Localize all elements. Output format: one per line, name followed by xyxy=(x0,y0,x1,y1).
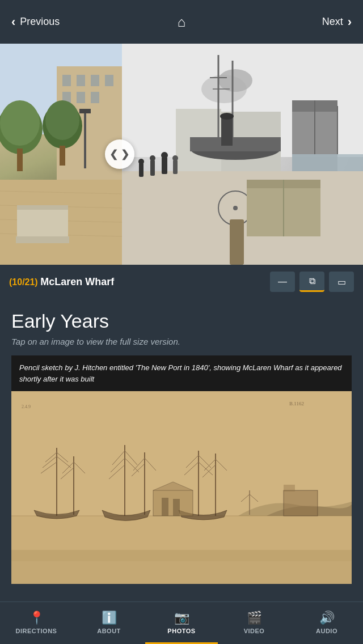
home-icon: ⌂ xyxy=(178,14,186,29)
home-button[interactable]: ⌂ xyxy=(178,14,186,30)
compare-toggle-button[interactable]: ❮ ❯ xyxy=(105,139,134,169)
svg-text:2.4.9: 2.4.9 xyxy=(22,404,31,409)
fullscreen-icon: ▭ xyxy=(337,277,346,287)
minus-icon: ― xyxy=(278,277,287,287)
historical-image[interactable] xyxy=(122,44,363,265)
previous-button[interactable]: ‹ Previous xyxy=(11,15,79,29)
svg-rect-95 xyxy=(162,498,168,516)
directions-icon: 📍 xyxy=(29,611,44,625)
title-bar: (10/21) McLaren Wharf ― ⧉ ▭ xyxy=(0,265,363,299)
svg-rect-42 xyxy=(139,163,143,177)
caption-text: Pencil sketch by J. Hitchen entitled 'Th… xyxy=(19,363,342,383)
svg-rect-55 xyxy=(230,219,244,265)
svg-point-49 xyxy=(172,155,178,161)
svg-rect-24 xyxy=(17,205,68,210)
title-place: McLaren Wharf xyxy=(40,276,114,287)
video-icon: 🎬 xyxy=(247,611,262,625)
svg-rect-63 xyxy=(284,490,318,516)
next-label: Next xyxy=(322,16,343,28)
svg-rect-44 xyxy=(150,160,155,176)
svg-point-51 xyxy=(233,206,238,210)
minimize-button[interactable]: ― xyxy=(270,272,295,292)
previous-label: Previous xyxy=(20,16,60,28)
chevron-left-icon: ‹ xyxy=(11,15,15,29)
svg-rect-16 xyxy=(84,112,86,168)
svg-point-47 xyxy=(161,152,168,159)
svg-rect-36 xyxy=(190,137,281,151)
svg-rect-4 xyxy=(77,75,85,86)
svg-rect-5 xyxy=(91,75,99,86)
svg-rect-3 xyxy=(62,75,71,86)
about-icon: ℹ️ xyxy=(102,611,117,625)
chevron-right-icon: › xyxy=(348,15,352,29)
svg-point-28 xyxy=(218,69,252,92)
video-label: VIDEO xyxy=(244,628,265,634)
content-area: Early Years Tap on an image to view the … xyxy=(0,299,363,629)
content-subtitle: Tap on an image to view the full size ve… xyxy=(11,337,352,346)
title-icons: ― ⧉ ▭ xyxy=(270,272,354,292)
title-number: (10/21) xyxy=(9,277,38,287)
svg-point-11 xyxy=(0,100,40,146)
svg-rect-8 xyxy=(77,92,85,103)
bottom-navigation: 📍 DIRECTIONS ℹ️ ABOUT 📷 PHOTOS 🎬 VIDEO 🔊… xyxy=(0,601,363,644)
svg-rect-17 xyxy=(79,109,91,113)
svg-rect-100 xyxy=(11,550,352,584)
svg-rect-23 xyxy=(17,205,68,236)
main-sketch-image[interactable]: B.1162 2.4.9 xyxy=(11,391,352,584)
wharf-svg xyxy=(122,44,363,265)
next-button[interactable]: Next › xyxy=(284,15,352,29)
nav-item-video[interactable]: 🎬 VIDEO xyxy=(218,602,290,644)
plaza-photo xyxy=(0,44,122,265)
svg-text:B.1162: B.1162 xyxy=(289,401,304,406)
compare-view-icon: ⧉ xyxy=(309,276,315,286)
nav-item-directions[interactable]: 📍 DIRECTIONS xyxy=(0,602,73,644)
page-title: (10/21) McLaren Wharf xyxy=(9,276,114,288)
svg-rect-15 xyxy=(60,146,65,166)
content-heading: Early Years xyxy=(11,310,352,332)
modern-image[interactable] xyxy=(0,44,122,265)
svg-rect-64 xyxy=(284,485,295,492)
audio-label: AUDIO xyxy=(316,628,337,634)
fullscreen-button[interactable]: ▭ xyxy=(329,272,354,292)
nav-item-about[interactable]: ℹ️ ABOUT xyxy=(73,602,145,644)
svg-rect-46 xyxy=(162,157,167,174)
compare-view-button[interactable]: ⧉ xyxy=(299,272,324,292)
svg-rect-56 xyxy=(292,154,363,171)
nav-item-photos[interactable]: 📷 PHOTOS xyxy=(145,602,218,644)
svg-point-43 xyxy=(138,159,144,164)
top-navigation: ‹ Previous ⌂ Next › xyxy=(0,0,363,44)
svg-rect-6 xyxy=(105,75,113,86)
svg-rect-48 xyxy=(173,160,178,174)
svg-rect-37 xyxy=(221,117,233,146)
wharf-photo xyxy=(122,44,363,265)
plaza-svg xyxy=(0,44,122,265)
svg-rect-96 xyxy=(173,499,180,516)
svg-point-14 xyxy=(45,100,79,140)
image-comparison-area: ❮ ❯ xyxy=(0,44,363,265)
svg-rect-9 xyxy=(91,92,99,103)
photos-label: PHOTOS xyxy=(167,628,195,634)
svg-rect-25 xyxy=(16,236,69,243)
about-label: ABOUT xyxy=(97,628,121,634)
image-caption-box: Pencil sketch by J. Hitchen entitled 'Th… xyxy=(11,355,352,391)
nav-item-audio[interactable]: 🔊 AUDIO xyxy=(290,602,363,644)
photos-icon: 📷 xyxy=(174,611,189,625)
svg-point-45 xyxy=(150,155,155,161)
svg-point-38 xyxy=(220,113,234,120)
directions-label: DIRECTIONS xyxy=(16,628,57,634)
audio-icon: 🔊 xyxy=(319,611,335,625)
sketch-svg: B.1162 2.4.9 xyxy=(11,391,352,584)
svg-rect-12 xyxy=(17,149,23,171)
compare-arrows-icon: ❮ ❯ xyxy=(109,148,129,160)
